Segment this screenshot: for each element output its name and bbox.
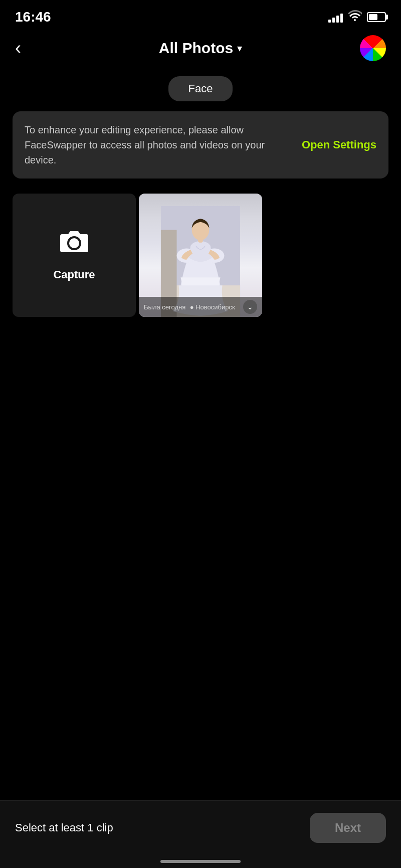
status-time: 16:46 bbox=[15, 9, 51, 25]
photo-location: ● Новосибирск bbox=[190, 303, 235, 311]
photo-grid: Capture bbox=[0, 194, 401, 317]
face-tag-container: Face bbox=[0, 76, 401, 101]
capture-label: Capture bbox=[53, 268, 95, 281]
bottom-bar: Select at least 1 clip Next bbox=[0, 800, 401, 868]
photo-overlay-info: Была сегодня ● Новосибирск ⌄ bbox=[139, 297, 262, 317]
photo-date: Была сегодня bbox=[144, 303, 185, 311]
header-title-area: All Photos ▾ bbox=[159, 40, 242, 57]
next-button[interactable]: Next bbox=[310, 813, 386, 843]
battery-icon bbox=[367, 12, 386, 22]
expand-button[interactable]: ⌄ bbox=[243, 300, 257, 314]
signal-bars-icon bbox=[328, 12, 343, 23]
page-title: All Photos bbox=[159, 40, 233, 57]
capture-cell[interactable]: Capture bbox=[13, 194, 136, 317]
header: ‹ All Photos ▾ bbox=[0, 30, 401, 71]
face-tag[interactable]: Face bbox=[168, 76, 233, 101]
photo-item[interactable]: Была сегодня ● Новосибирск ⌄ bbox=[139, 194, 262, 317]
permission-text: To enhance your editing experience, plea… bbox=[25, 122, 292, 167]
status-bar: 16:46 bbox=[0, 0, 401, 30]
camera-icon bbox=[59, 229, 89, 261]
open-settings-button[interactable]: Open Settings bbox=[302, 138, 376, 151]
dropdown-arrow-icon[interactable]: ▾ bbox=[237, 42, 242, 54]
permission-banner: To enhance your editing experience, plea… bbox=[13, 111, 388, 179]
photos-app-icon[interactable] bbox=[360, 35, 386, 61]
wifi-icon bbox=[348, 10, 362, 24]
select-hint: Select at least 1 clip bbox=[15, 821, 113, 834]
back-button[interactable]: ‹ bbox=[15, 39, 21, 57]
status-icons bbox=[328, 10, 386, 24]
home-indicator bbox=[160, 860, 241, 863]
